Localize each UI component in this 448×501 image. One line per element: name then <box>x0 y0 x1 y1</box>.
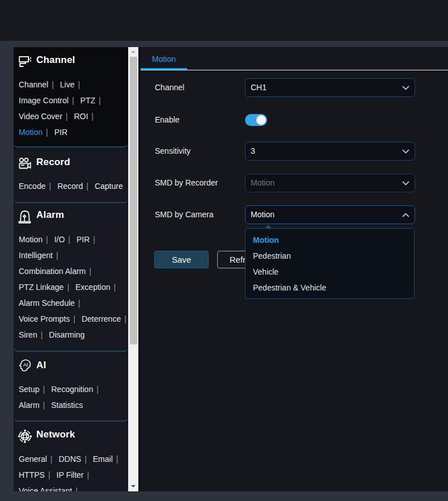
svg-text:AI: AI <box>23 362 28 368</box>
